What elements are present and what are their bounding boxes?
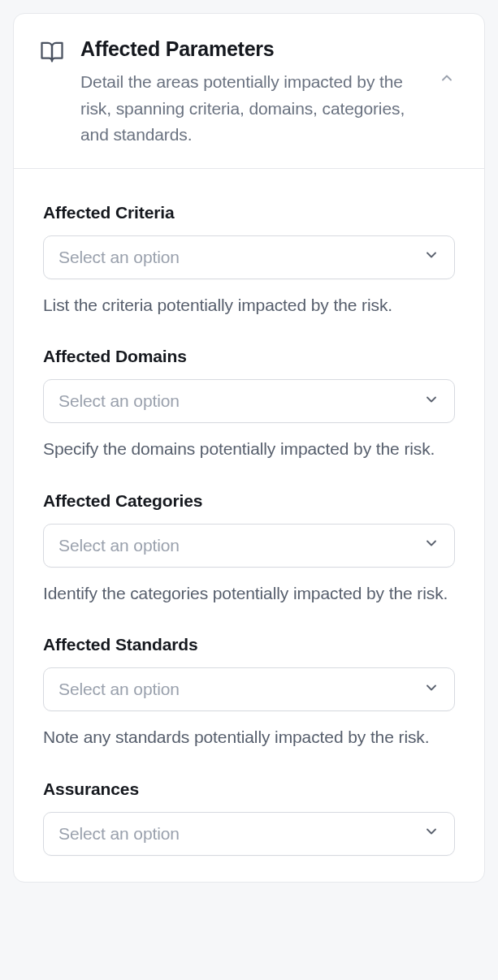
select-placeholder: Select an option <box>58 391 180 411</box>
affected-standards-help: Note any standards potentially impacted … <box>43 724 455 750</box>
affected-domains-label: Affected Domains <box>43 347 455 366</box>
affected-domains-help: Specify the domains potentially impacted… <box>43 436 455 462</box>
chevron-up-icon <box>439 70 455 89</box>
select-placeholder: Select an option <box>58 680 180 699</box>
collapse-button[interactable] <box>435 67 458 90</box>
chevron-down-icon <box>423 823 440 844</box>
affected-criteria-help: List the criteria potentially impacted b… <box>43 292 455 318</box>
chevron-down-icon <box>423 247 440 267</box>
select-placeholder: Select an option <box>58 536 180 555</box>
select-placeholder: Select an option <box>58 824 180 844</box>
affected-standards-label: Affected Standards <box>43 635 455 654</box>
affected-criteria-label: Affected Criteria <box>43 203 455 222</box>
affected-categories-group: Affected Categories Select an option Ide… <box>43 491 455 607</box>
book-icon <box>40 40 64 64</box>
affected-categories-select[interactable]: Select an option <box>43 524 455 568</box>
affected-standards-select[interactable]: Select an option <box>43 667 455 711</box>
card-body: Affected Criteria Select an option List … <box>14 169 484 882</box>
assurances-group: Assurances Select an option <box>43 779 455 856</box>
assurances-label: Assurances <box>43 779 455 799</box>
card-subtitle: Detail the areas potentially impacted by… <box>80 69 419 149</box>
chevron-down-icon <box>423 391 440 412</box>
chevron-down-icon <box>423 680 440 700</box>
affected-domains-group: Affected Domains Select an option Specif… <box>43 347 455 462</box>
card-title: Affected Parameters <box>80 37 419 61</box>
assurances-select[interactable]: Select an option <box>43 812 455 856</box>
card-header: Affected Parameters Detail the areas pot… <box>14 14 484 169</box>
affected-categories-label: Affected Categories <box>43 491 455 511</box>
affected-parameters-card: Affected Parameters Detail the areas pot… <box>13 13 485 883</box>
affected-criteria-group: Affected Criteria Select an option List … <box>43 203 455 318</box>
affected-standards-group: Affected Standards Select an option Note… <box>43 635 455 750</box>
chevron-down-icon <box>423 535 440 555</box>
affected-categories-help: Identify the categories potentially impa… <box>43 581 455 607</box>
affected-criteria-select[interactable]: Select an option <box>43 235 455 279</box>
select-placeholder: Select an option <box>58 248 180 267</box>
affected-domains-select[interactable]: Select an option <box>43 379 455 423</box>
card-header-text: Affected Parameters Detail the areas pot… <box>80 37 419 149</box>
